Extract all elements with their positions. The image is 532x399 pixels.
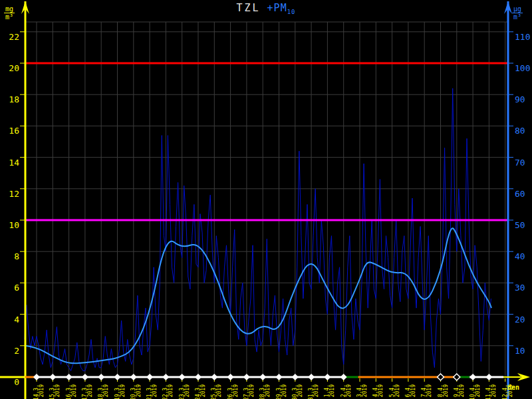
date-label-year: 2019	[297, 384, 303, 397]
date-label-year: 2019	[313, 384, 319, 397]
day-marker-filled-icon[interactable]	[162, 374, 169, 380]
day-marker-filled-icon[interactable]	[243, 374, 250, 380]
day-marker-filled-icon[interactable]	[292, 374, 299, 380]
date-label-year: 2019	[265, 384, 271, 397]
series-toggle-pm10[interactable]: +PM10	[267, 2, 296, 14]
left-tick-label: 12	[9, 189, 19, 199]
left-tick-label: 22	[9, 32, 19, 42]
chart-title: TZL+PM10	[0, 3, 532, 17]
date-label-year: 2019	[200, 384, 206, 397]
day-marker-filled-icon[interactable]	[98, 374, 104, 380]
left-unit-denominator: m³	[4, 13, 15, 21]
date-label-year: 2019	[168, 384, 174, 397]
day-marker-filled-icon[interactable]	[130, 374, 137, 380]
right-tick-label: 10	[515, 346, 525, 356]
right-tick-label: 60	[515, 189, 525, 199]
date-label-year: 2019	[426, 384, 432, 397]
date-label-year: 2019	[346, 384, 352, 397]
date-label-year: 2019	[120, 384, 126, 397]
day-marker-filled-icon[interactable]	[179, 374, 186, 380]
date-label-year: 2019	[410, 384, 416, 397]
series-subscript: 10	[287, 9, 296, 15]
left-tick-label: 20	[9, 63, 19, 73]
day-marker-filled-icon[interactable]	[146, 374, 153, 380]
right-tick-label: 50	[515, 220, 525, 230]
day-marker-filled-icon[interactable]	[195, 374, 201, 380]
day-marker-filled-icon[interactable]	[259, 374, 266, 380]
date-label-year: 2019	[55, 384, 61, 397]
x-axis-label: den	[507, 384, 519, 391]
date-label-year: 2019	[152, 384, 158, 397]
plot-area: 2220181614121086420110100908070605040302…	[0, 0, 532, 399]
date-label-year: 2019	[378, 384, 384, 397]
day-marker-filled-icon[interactable]	[49, 374, 56, 380]
date-label-year: 2019	[103, 384, 109, 397]
day-marker-filled-icon[interactable]	[33, 374, 40, 380]
right-tick-label: 100	[515, 63, 530, 73]
left-tick-label: 14	[9, 158, 19, 168]
chart-window: 2220181614121086420110100908070605040302…	[0, 0, 532, 399]
series-pm10-avg	[25, 228, 491, 363]
day-marker-filled-icon[interactable]	[340, 374, 347, 380]
left-tick-label: 10	[9, 220, 19, 230]
right-tick-label: 40	[515, 251, 525, 261]
day-marker-filled-icon[interactable]	[276, 374, 283, 380]
left-tick-label: 2	[14, 346, 19, 356]
day-marker-hollow-icon[interactable]	[454, 374, 460, 380]
left-tick-label: 0	[14, 377, 19, 387]
left-tick-label: 18	[9, 94, 19, 104]
day-marker-filled-icon[interactable]	[82, 374, 88, 380]
right-tick-label: 30	[515, 283, 525, 293]
station-label: TZL	[236, 2, 260, 14]
date-label-year: 2019	[281, 384, 287, 397]
date-label-year: 2019	[71, 384, 77, 397]
date-label-year: 2019	[216, 384, 222, 397]
right-tick-label: 70	[515, 158, 525, 168]
date-label-year: 2019	[443, 384, 449, 397]
day-marker-filled-icon[interactable]	[485, 374, 492, 380]
day-marker-filled-icon[interactable]	[66, 374, 72, 380]
day-marker-filled-icon[interactable]	[114, 374, 121, 380]
date-label-year: 2019	[329, 384, 335, 397]
day-marker-filled-icon[interactable]	[308, 374, 315, 380]
date-label-year: 2019	[475, 384, 481, 397]
date-label-year: 2019	[136, 384, 142, 397]
date-label-year: 2019	[394, 384, 400, 397]
date-label-year: 2019	[87, 384, 93, 397]
day-marker-filled-icon[interactable]	[227, 374, 234, 380]
left-tick-label: 6	[14, 283, 19, 293]
right-unit-denominator: m³	[512, 13, 523, 21]
day-marker-filled-icon[interactable]	[324, 374, 331, 380]
left-tick-label: 16	[9, 126, 19, 136]
date-label-year: 2019	[249, 384, 255, 397]
right-unit-numerator: µg	[512, 5, 523, 13]
left-tick-label: 4	[14, 315, 19, 325]
date-label-year: 2019	[459, 384, 465, 397]
left-tick-label: 8	[14, 251, 19, 261]
right-tick-label: 110	[515, 32, 530, 42]
right-tick-label: 80	[515, 126, 525, 136]
date-label-year: 2019	[233, 384, 239, 397]
day-marker-filled-icon[interactable]	[211, 374, 217, 380]
right-tick-label: 20	[515, 315, 525, 325]
date-label-year: 2019	[39, 384, 45, 397]
right-tick-label: 90	[515, 94, 525, 104]
date-label-year: 2019	[184, 384, 190, 397]
left-unit-numerator: mg	[4, 5, 15, 13]
day-marker-filled-icon[interactable]	[469, 374, 476, 380]
date-label-year: 2019	[491, 384, 497, 397]
right-axis-unit: µg m³	[512, 5, 523, 21]
screenshot-root: { "header": { "station": "TZL", "series_…	[0, 0, 532, 399]
day-marker-hollow-icon[interactable]	[438, 374, 444, 380]
series-prefix: +PM	[267, 2, 287, 14]
date-label-year: 2019	[362, 384, 368, 397]
left-axis-unit: mg m³	[4, 5, 15, 21]
